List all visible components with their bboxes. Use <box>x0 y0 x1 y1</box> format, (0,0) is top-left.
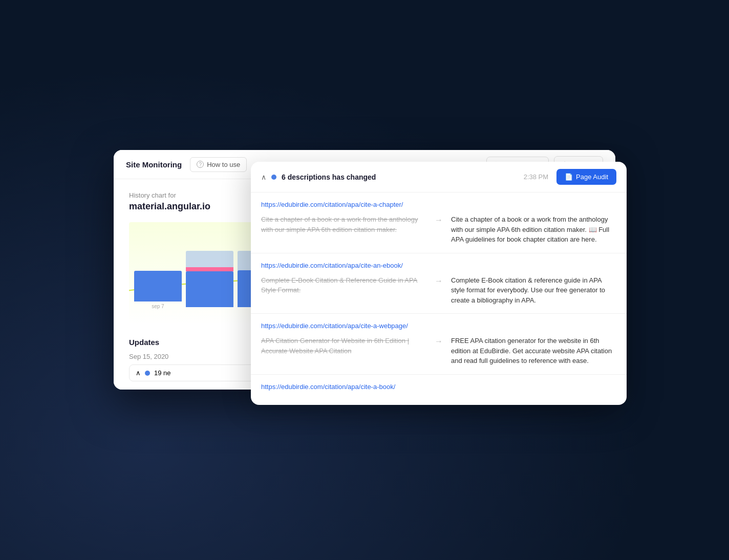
how-to-use-button[interactable]: ? How to use <box>190 157 247 172</box>
arrow-right-icon-1: → <box>435 216 443 225</box>
change-url-4[interactable]: https://edubirdie.com/citation/apa/cite-… <box>261 383 616 391</box>
diff-old-2: Complete E-Book Citation & Reference Gui… <box>261 275 426 295</box>
change-diff-2: Complete E-Book Citation & Reference Gui… <box>261 275 616 306</box>
update-dot <box>145 371 150 376</box>
collapse-icon: ∧ <box>136 369 141 377</box>
bar-1 <box>134 255 182 301</box>
bar-group-1: sep 7 <box>134 255 182 309</box>
collapse-button[interactable]: ∧ <box>261 173 266 181</box>
change-row-2: https://edubirdie.com/citation/apa/cite-… <box>251 253 627 314</box>
chart-domain: material.angular.io <box>129 201 210 212</box>
change-title: 6 descriptions has changed <box>282 173 376 181</box>
update-item-label: 19 ne <box>154 369 171 377</box>
change-diff-3: APA Citation Generator for Website in 6t… <box>261 336 616 366</box>
collapse-icon: ∧ <box>261 173 266 181</box>
arrow-right-icon-3: → <box>435 337 443 346</box>
panel-header-left: ∧ 6 descriptions has changed <box>261 173 376 181</box>
page-audit-button[interactable]: 📄 Page Audit <box>556 169 616 185</box>
change-row-1: https://edubirdie.com/citation/apa/cite-… <box>251 192 627 253</box>
site-title: Site Monitoring <box>126 160 182 169</box>
chart-title-group: History chart for material.angular.io <box>129 191 210 212</box>
diff-new-1: Cite a chapter of a book or a work from … <box>451 214 616 245</box>
question-icon: ? <box>197 161 204 168</box>
change-url-3[interactable]: https://edubirdie.com/citation/apa/cite-… <box>261 322 616 330</box>
how-to-use-label: How to use <box>207 161 240 168</box>
diff-old-1: Cite a chapter of a book or a work from … <box>261 214 426 234</box>
diff-new-2: Complete E-Book citation & reference gui… <box>451 275 616 306</box>
change-url-1[interactable]: https://edubirdie.com/citation/apa/cite-… <box>261 201 616 208</box>
change-row-4: https://edubirdie.com/citation/apa/cite-… <box>251 375 627 405</box>
page-audit-label: Page Audit <box>576 173 608 181</box>
panel-header-right: 2:38 PM 📄 Page Audit <box>524 169 616 185</box>
change-url-2[interactable]: https://edubirdie.com/citation/apa/cite-… <box>261 262 616 269</box>
bar-label-1: sep 7 <box>152 304 164 309</box>
diff-new-3: FREE APA citation generator for the webs… <box>451 336 616 366</box>
change-diff-1: Cite a chapter of a book or a work from … <box>261 214 616 245</box>
header-left: Site Monitoring ? How to use <box>126 157 247 172</box>
panel-header: ∧ 6 descriptions has changed 2:38 PM 📄 P… <box>251 162 627 192</box>
diff-old-3: APA Citation Generator for Website in 6t… <box>261 336 426 356</box>
change-time: 2:38 PM <box>524 173 548 181</box>
bar-2 <box>186 251 233 307</box>
chart-subtitle: History chart for <box>129 191 210 199</box>
change-row-3: https://edubirdie.com/citation/apa/cite-… <box>251 314 627 375</box>
arrow-right-icon-2: → <box>435 276 443 286</box>
overlay-panel: ∧ 6 descriptions has changed 2:38 PM 📄 P… <box>251 162 627 405</box>
bar-group-2 <box>186 251 233 309</box>
change-dot <box>271 175 276 180</box>
file-icon: 📄 <box>565 173 573 181</box>
